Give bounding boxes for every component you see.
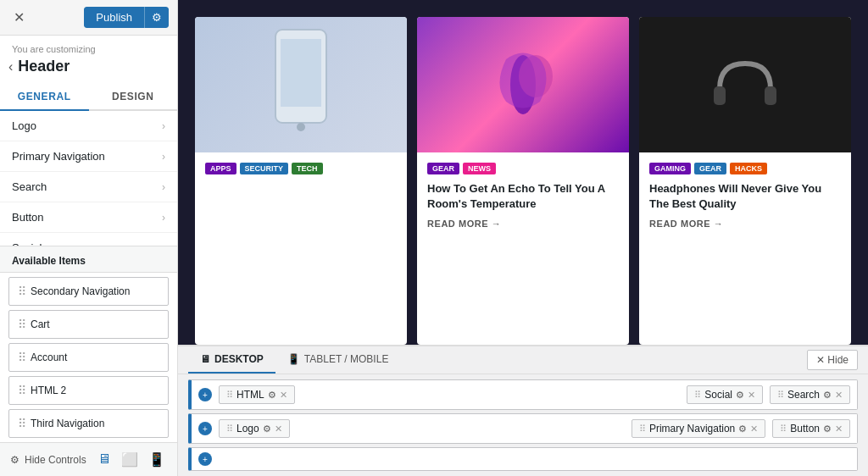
- close-button[interactable]: ✕: [8, 8, 30, 27]
- drag-icon: ⠿: [226, 390, 233, 401]
- settings-icon[interactable]: ⚙: [823, 390, 832, 401]
- settings-icon[interactable]: ⚙: [738, 423, 747, 434]
- settings-icon[interactable]: ⚙: [823, 423, 832, 434]
- preview-card-phone: APPS SECURITY TECH: [195, 17, 407, 345]
- row-item-social: ⠿ Social ⚙ ✕: [687, 385, 763, 404]
- publish-settings-button[interactable]: ⚙: [144, 7, 169, 28]
- publish-group: Publish ⚙: [84, 7, 169, 28]
- row-item-logo: ⠿ Logo ⚙ ✕: [219, 419, 290, 438]
- close-icon[interactable]: ✕: [835, 390, 843, 401]
- settings-icon[interactable]: ⚙: [268, 390, 276, 401]
- row-item-primary-nav-label: Primary Navigation: [649, 423, 735, 434]
- close-icon[interactable]: ✕: [750, 423, 758, 434]
- tabs-row: GENERAL DESIGN: [0, 84, 177, 111]
- builder-rows: + ⠿ HTML ⚙ ✕ ⠿ Social ⚙ ✕: [178, 374, 868, 476]
- back-button[interactable]: ‹: [8, 59, 13, 75]
- chevron-icon: ›: [162, 212, 165, 224]
- menu-item-primary-navigation-label: Primary Navigation: [12, 150, 105, 163]
- mobile-device-icon[interactable]: 📱: [147, 450, 167, 469]
- settings-icon[interactable]: ⚙: [736, 390, 744, 401]
- sidebar-footer: ⚙ Hide Controls 🖥 ⬜ 📱: [0, 442, 177, 476]
- close-icon[interactable]: ✕: [275, 423, 282, 434]
- available-item-cart[interactable]: ⠿ Cart: [8, 310, 169, 339]
- available-item-html2-label: HTML 2: [31, 385, 66, 396]
- drag-icon: ⠿: [639, 423, 646, 434]
- row-item-html: ⠿ HTML ⚙ ✕: [219, 385, 295, 404]
- row-items-2: ⠿ Logo ⚙ ✕ ⠿ Primary Navigation ⚙ ✕ ⠿: [219, 419, 850, 438]
- tablet-device-icon[interactable]: ⬜: [120, 450, 140, 469]
- tab-general[interactable]: GENERAL: [0, 84, 89, 111]
- tag-gear-h: GEAR: [694, 163, 726, 174]
- available-item-third-navigation[interactable]: ⠿ Third Navigation: [8, 409, 169, 438]
- tab-design[interactable]: DESIGN: [89, 84, 178, 111]
- row-item-button: ⠿ Button ⚙ ✕: [772, 419, 850, 438]
- hide-controls-button[interactable]: ⚙ Hide Controls: [10, 454, 86, 466]
- tag-row-echo: GEAR NEWS: [427, 163, 619, 174]
- read-more-headphones[interactable]: READ MORE →: [649, 219, 841, 229]
- chevron-icon: ›: [162, 120, 165, 132]
- drag-icon: ⠿: [777, 390, 784, 401]
- card-title-headphones: Headphones Will Never Give You The Best …: [649, 181, 841, 212]
- close-icon[interactable]: ✕: [280, 390, 287, 401]
- available-item-account[interactable]: ⠿ Account: [8, 343, 169, 372]
- hide-controls-label: Hide Controls: [25, 454, 86, 466]
- row-item-button-label: Button: [790, 423, 820, 434]
- available-item-account-label: Account: [31, 351, 67, 363]
- builder-tab-tablet-mobile-label: TABLET / MOBILE: [304, 353, 389, 365]
- row-handle-1[interactable]: +: [198, 388, 212, 401]
- row-item-search: ⠿ Search ⚙ ✕: [770, 385, 850, 404]
- builder-tab-group: 🖥 DESKTOP 📱 TABLET / MOBILE: [188, 346, 400, 374]
- close-icon[interactable]: ✕: [748, 390, 755, 401]
- svg-point-2: [297, 123, 305, 131]
- builder-tab-desktop[interactable]: 🖥 DESKTOP: [188, 346, 275, 374]
- menu-item-social[interactable]: Social ›: [0, 233, 177, 246]
- drag-icon: ⠿: [18, 285, 25, 298]
- menu-item-search[interactable]: Search ›: [0, 172, 177, 202]
- menu-items: Logo › Primary Navigation › Search › But…: [0, 111, 177, 246]
- card-body-headphones: GAMING GEAR HACKS Headphones Will Never …: [639, 152, 851, 345]
- preview-card-headphones: GAMING GEAR HACKS Headphones Will Never …: [639, 17, 851, 345]
- close-icon[interactable]: ✕: [835, 423, 843, 434]
- customizing-label: You are customizing: [0, 36, 177, 56]
- svg-rect-5: [714, 86, 726, 105]
- header-title-row: ‹ Header: [0, 56, 177, 84]
- svg-rect-1: [281, 39, 321, 107]
- sidebar-header: ✕ Publish ⚙: [0, 0, 177, 36]
- tag-row-headphones: GAMING GEAR HACKS: [649, 163, 841, 174]
- available-item-html2[interactable]: ⠿ HTML 2: [8, 376, 169, 405]
- menu-item-search-label: Search: [12, 180, 47, 193]
- preview-area: APPS SECURITY TECH GEAR NEWS H: [178, 0, 868, 345]
- settings-icon: ⚙: [10, 454, 19, 466]
- card-body-echo: GEAR NEWS How To Get An Echo To Tell You…: [417, 152, 629, 345]
- tag-security: SECURITY: [240, 163, 289, 174]
- menu-item-logo-label: Logo: [12, 119, 36, 132]
- main-area: APPS SECURITY TECH GEAR NEWS H: [178, 0, 868, 476]
- row-handle-2[interactable]: +: [198, 422, 212, 435]
- tag-apps: APPS: [205, 163, 236, 174]
- card-title-echo: How To Get An Echo To Tell You A Room's …: [427, 181, 619, 212]
- desktop-device-icon[interactable]: 🖥: [96, 450, 113, 469]
- menu-item-button[interactable]: Button ›: [0, 202, 177, 233]
- tag-row: APPS SECURITY TECH: [205, 163, 397, 174]
- menu-item-button-label: Button: [12, 211, 44, 224]
- row-items-1: ⠿ HTML ⚙ ✕ ⠿ Social ⚙ ✕ ⠿ Search: [219, 385, 850, 404]
- available-items-label: Available Items: [0, 246, 177, 273]
- menu-item-primary-navigation[interactable]: Primary Navigation ›: [0, 141, 177, 172]
- available-item-third-navigation-label: Third Navigation: [31, 418, 104, 429]
- drag-icon: ⠿: [18, 351, 25, 364]
- preview-card-echo: GEAR NEWS How To Get An Echo To Tell You…: [417, 17, 629, 345]
- publish-button[interactable]: Publish: [84, 7, 144, 28]
- builder-area: 🖥 DESKTOP 📱 TABLET / MOBILE ✕ Hide + ⠿ H…: [178, 345, 868, 476]
- builder-tab-tablet-mobile[interactable]: 📱 TABLET / MOBILE: [275, 346, 401, 374]
- row-handle-3[interactable]: +: [198, 452, 212, 466]
- builder-tabs: 🖥 DESKTOP 📱 TABLET / MOBILE ✕ Hide: [178, 346, 868, 374]
- available-item-secondary-navigation[interactable]: ⠿ Secondary Navigation: [8, 277, 169, 306]
- menu-item-logo[interactable]: Logo ›: [0, 111, 177, 141]
- tag-gaming: GAMING: [649, 163, 691, 174]
- settings-icon[interactable]: ⚙: [263, 423, 271, 434]
- tag-hacks: HACKS: [730, 163, 767, 174]
- read-more-echo[interactable]: READ MORE →: [427, 219, 619, 229]
- builder-row-3: +: [188, 447, 858, 471]
- available-item-secondary-navigation-label: Secondary Navigation: [31, 285, 130, 297]
- hide-builder-button[interactable]: ✕ Hide: [807, 350, 858, 370]
